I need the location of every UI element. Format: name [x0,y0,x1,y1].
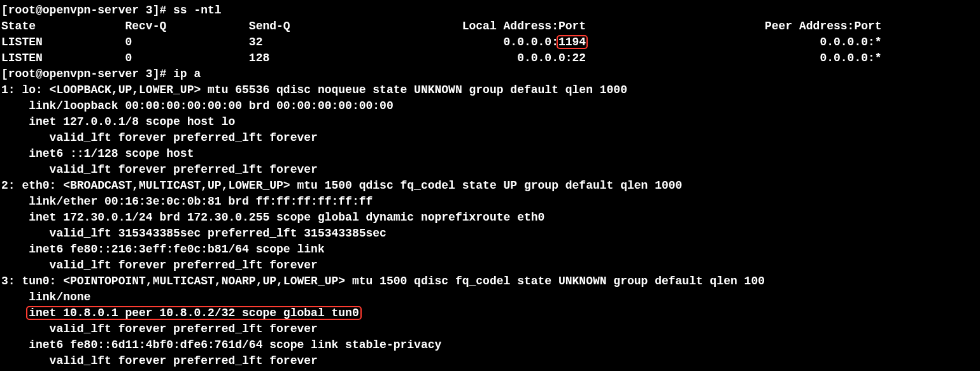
ip-output: 1: lo: <LOOPBACK,UP,LOWER_UP> mtu 65536 … [1,82,979,369]
command-ss: ss -ntl [173,4,222,17]
ss-row: LISTEN 0 128 0.0.0.0:22 0.0.0.0:* [1,52,882,64]
command-ip: ip a [173,68,201,80]
prompt: [root@openvpn-server 3]# [1,4,173,17]
ss-row: LISTEN 0 32 0.0.0.0:1194 0.0.0.0:* [1,36,882,48]
prompt: [root@openvpn-server 3]# [1,68,173,80]
ss-header-row: State Recv-Q Send-Q Local Address:Port P… [1,20,882,33]
terminal-output[interactable]: [root@openvpn-server 3]# ss -ntl State R… [0,0,980,371]
